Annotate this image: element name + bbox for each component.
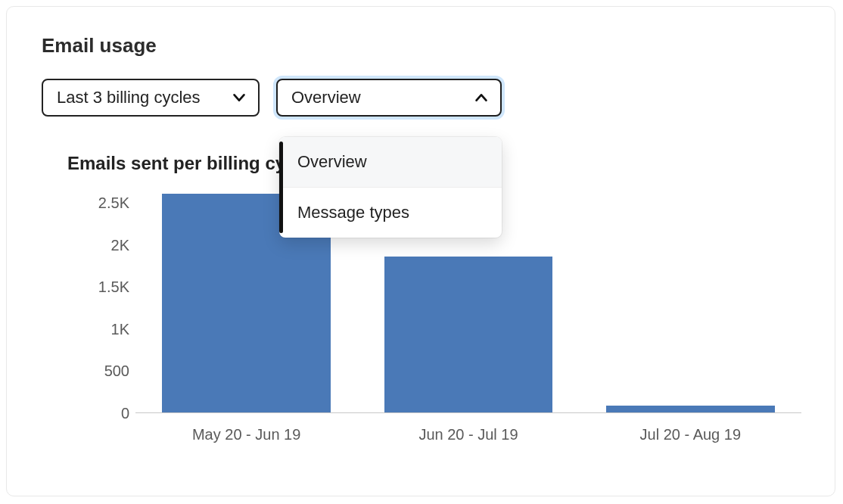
chevron-down-icon bbox=[231, 89, 247, 106]
dropdown-option-overview[interactable]: Overview bbox=[279, 137, 502, 188]
y-tick-label: 2.5K bbox=[67, 194, 129, 212]
x-tick-label: May 20 - Jun 19 bbox=[192, 426, 300, 443]
y-tick-label: 0 bbox=[67, 405, 129, 422]
x-tick-label: Jun 20 - Jul 19 bbox=[418, 426, 518, 443]
dropdown-option-message-types[interactable]: Message types bbox=[279, 188, 502, 238]
view-select[interactable]: Overview bbox=[276, 79, 502, 117]
y-tick-label: 2K bbox=[67, 236, 129, 254]
chart-bar bbox=[384, 257, 553, 412]
range-select[interactable]: Last 3 billing cycles bbox=[42, 79, 260, 117]
email-usage-card: Email usage Last 3 billing cycles Overvi… bbox=[6, 6, 835, 496]
controls-row: Last 3 billing cycles Overview bbox=[42, 79, 804, 117]
y-tick-label: 1K bbox=[67, 320, 129, 338]
chevron-up-icon bbox=[473, 89, 490, 106]
y-tick-label: 1.5K bbox=[67, 278, 129, 296]
y-tick-label: 500 bbox=[67, 362, 129, 380]
range-select-label: Last 3 billing cycles bbox=[57, 88, 201, 107]
card-title: Email usage bbox=[42, 34, 804, 58]
view-dropdown: Overview Message types bbox=[279, 137, 502, 238]
x-tick-label: Jul 20 - Aug 19 bbox=[640, 426, 741, 443]
chart-bar bbox=[606, 406, 775, 412]
view-select-label: Overview bbox=[291, 88, 361, 107]
